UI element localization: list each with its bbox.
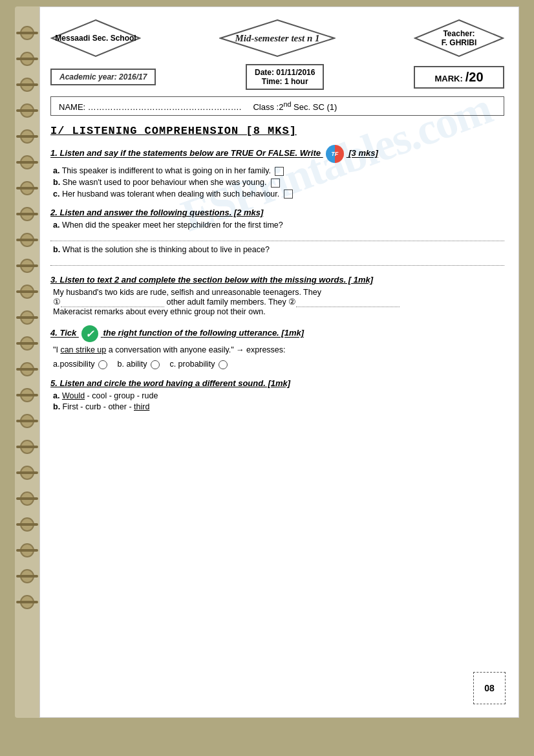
- q2-item-a: a. When did the speaker meet her stepchi…: [50, 221, 504, 230]
- answer-line-b: [50, 257, 504, 266]
- spiral-hole: [20, 181, 34, 195]
- spiral-hole: [20, 466, 34, 480]
- question-3: 3. Listen to text 2 and complete the sec…: [50, 275, 504, 316]
- q2-title: 2. Listen and answer the following quest…: [50, 208, 504, 217]
- spiral-hole: [20, 52, 34, 66]
- spiral-hole: [20, 103, 34, 118]
- q2-item-b: b. What is the solution she is thinking …: [50, 245, 504, 254]
- mark-box: MARK: /20: [414, 66, 504, 89]
- time: Time: 1 hour: [255, 77, 315, 86]
- spiral-hole: [20, 285, 34, 299]
- spiral-hole: [20, 491, 34, 506]
- test-title-diamond: Mid-semester test n 1: [219, 19, 336, 58]
- q4-options: a.possibility b. ability c. probability: [50, 360, 504, 369]
- spiral-hole: [20, 517, 34, 532]
- section1-title: I/ LISTENING COMPREHENSION [8 MKS]: [50, 125, 504, 137]
- test-title: Mid-semester test n 1: [235, 33, 319, 44]
- radio-c[interactable]: [219, 360, 228, 369]
- header-row: Messaadi Sec. School Mid-semester test n…: [50, 19, 504, 58]
- checkbox-b[interactable]: [271, 178, 280, 188]
- question-1: 1. Listen and say if the statements belo…: [50, 145, 504, 199]
- school-name: Messaadi Sec. School: [55, 34, 136, 43]
- class-label: Class :2nd Sec. SC (1): [253, 102, 337, 112]
- academic-year-box: Academic year: 2016/17: [50, 69, 156, 85]
- spiral-hole: [20, 362, 34, 376]
- spiral-hole: [20, 78, 34, 92]
- q1-item-a: a. This speaker is indifferent to what i…: [50, 166, 504, 176]
- q1-item-b: b. She wasn't used to poor behaviour whe…: [50, 178, 504, 188]
- radio-a[interactable]: [98, 360, 107, 369]
- spiral-hole: [20, 155, 34, 169]
- spiral-hole: [20, 543, 34, 557]
- subheader-row: Academic year: 2016/17 Date: 01/11/2016 …: [50, 64, 504, 90]
- checkbox-a[interactable]: [275, 167, 284, 176]
- page-number-box: 08: [473, 672, 506, 704]
- spiral-hole: [20, 388, 34, 402]
- q5-item-a: a. Would - cool - group - rude: [50, 391, 504, 400]
- spiral-hole: [20, 259, 34, 273]
- spiral-hole: [20, 336, 34, 351]
- tick-badge: [81, 325, 98, 342]
- spiral-hole: [20, 595, 34, 609]
- question-2: 2. Listen and answer the following quest…: [50, 208, 504, 266]
- academic-year: Academic year: 2016/17: [59, 72, 147, 81]
- mark-value: /20: [465, 70, 484, 84]
- q4-utterance: "I can strike up a conversation with any…: [50, 345, 504, 354]
- teacher-info: Teacher: F. GHRIBI: [442, 29, 477, 47]
- question-5: 5. Listen and circle the word having a d…: [50, 378, 504, 411]
- school-diamond: Messaadi Sec. School: [50, 19, 141, 58]
- checkbox-c[interactable]: [284, 189, 293, 199]
- spiral-hole: [20, 233, 34, 247]
- spiral-hole: [20, 207, 34, 221]
- radio-b[interactable]: [151, 360, 160, 369]
- q3-title: 3. Listen to text 2 and complete the sec…: [50, 275, 504, 285]
- q3-body: My husband's two kids are rude, selfish …: [50, 288, 504, 316]
- exam-page: ESPrintables.com Messaadi Sec. School Mi…: [39, 6, 519, 718]
- page-number: 08: [484, 683, 495, 693]
- mark-label: MARK:: [434, 74, 462, 83]
- teacher-diamond: Teacher: F. GHRIBI: [414, 19, 504, 58]
- spiral-hole: [20, 440, 34, 454]
- name-row: NAME: ………………………………………………. Class :2nd Sec…: [50, 96, 504, 116]
- q4-title: 4. Tick the right function of the follow…: [50, 325, 504, 342]
- q1-title: 1. Listen and say if the statements belo…: [50, 145, 504, 163]
- spiral-hole: [20, 414, 34, 428]
- date: Date: 01/11/2016: [255, 68, 315, 77]
- spiral-hole: [20, 129, 34, 144]
- tf-badge: [326, 145, 344, 163]
- spiral-hole: [20, 26, 34, 40]
- q5-item-b: b. First - curb - other - third: [50, 402, 504, 411]
- name-label: NAME: ……………………………………………….: [59, 102, 241, 112]
- q5-title: 5. Listen and circle the word having a d…: [50, 378, 504, 388]
- date-time-box: Date: 01/11/2016 Time: 1 hour: [246, 64, 324, 90]
- question-4: 4. Tick the right function of the follow…: [50, 325, 504, 369]
- spiral-hole: [20, 310, 34, 325]
- answer-line-a: [50, 232, 504, 241]
- q1-item-c: c. Her husband was tolerant when dealing…: [50, 189, 504, 199]
- spiral-hole: [20, 569, 34, 583]
- spiral-binding: [15, 6, 39, 718]
